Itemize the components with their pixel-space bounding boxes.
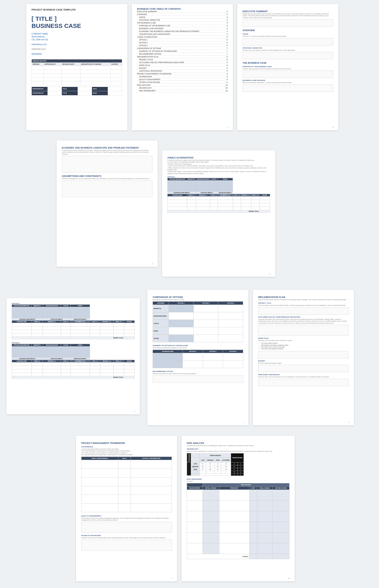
purpose-h: PURPOSE OF THE BUSINESS CASE	[243, 66, 333, 67]
governance-table: PARTY RESPONSIBLE ROLE CONTACT INFORMATI…	[81, 457, 172, 512]
page-number: 5	[270, 273, 270, 275]
doc-title: [ TITLE ]	[32, 15, 127, 22]
option2-table: OPTION DESCRIPTIONBENEFITSDISADVANTAGESC…	[12, 304, 135, 339]
toc-entry[interactable]: VISION3	[137, 16, 228, 19]
toc-entry[interactable]: OVERVIEW3	[137, 13, 228, 16]
toc-entry[interactable]: RECOMMENDED OPTION7	[137, 53, 228, 55]
vision-box[interactable]	[243, 38, 333, 46]
alternatives-h: VIABLE ALTERNATIVES	[167, 156, 270, 159]
pmf-h: PROJECT MANAGEMENT FRAMEWORK	[81, 442, 172, 444]
street: Street Address	[32, 35, 127, 38]
web-url[interactable]: webaddress.com	[32, 43, 47, 46]
version-history-table: VERSION HISTORY VERSION APPROVED BY REVI…	[32, 59, 122, 85]
recommended-box[interactable]	[153, 375, 243, 383]
kpi-h: OUTCOMES AND KEY PERFORMANCE INDICATORS	[258, 316, 349, 318]
toc-entry[interactable]: RISK ANALYSIS10	[137, 84, 228, 87]
resources-h: ADDITIONAL RESOURCES	[258, 374, 349, 376]
date: 00/00/0000	[32, 53, 127, 56]
sponsor-h: BUSINESS CASE SPONSOR	[243, 79, 333, 81]
risk-worksheet-table: RISK RATING MAJOR RISKS INITIAL GRADE ST…	[187, 483, 289, 559]
vh-title: VERSION HISTORY	[32, 59, 122, 62]
company: COMPANY NAME	[32, 32, 127, 35]
page-number: 9	[171, 577, 172, 579]
toc-entry[interactable]: OPTION 26	[137, 41, 228, 44]
option1-table: OPTION DESCRIPTIONBENEFITSDISADVANTAGESC…	[167, 178, 270, 213]
exec-summary-box[interactable]	[243, 19, 333, 27]
resources-box[interactable]	[258, 379, 349, 386]
vh-col: DESCRIPTION OF CHANGE	[80, 62, 110, 66]
toc-entry[interactable]: THE BUSINESS CASE3	[137, 21, 228, 24]
vh-col: AUTHOR	[110, 62, 122, 66]
strategic-box[interactable]	[243, 52, 333, 59]
landscape-box[interactable]	[62, 156, 152, 172]
option2-h: OPTION 2	[12, 303, 135, 304]
toc-entry[interactable]: AFTER ACTION REVIEW9	[137, 81, 228, 84]
quality-box[interactable]	[81, 522, 172, 533]
toc-entry[interactable]: COMPARISON OF OPTIONS7	[137, 47, 228, 50]
page-10: RISK ANALYSIS Complete the worksheet bel…	[182, 436, 295, 581]
toc-entry[interactable]: PROJECT MANAGEMENT FRAMEWORK9	[137, 72, 228, 75]
toc-entry[interactable]: GRADING KEY10	[137, 87, 228, 89]
signoff-table: PREPARED BYTITLEDATE APPROVED BYTITLEDAT…	[32, 87, 122, 95]
toc-entry[interactable]: QUALITY MANAGEMENT9	[137, 78, 228, 81]
workplan-bullets: The main project phasesDeliverables and …	[261, 342, 349, 350]
page-number: 7	[243, 421, 244, 423]
toc-entry[interactable]: PURPOSE OF THE BUSINESS CASE3	[137, 24, 228, 27]
assumptions-h: ASSUMPTIONS AND CONSTRAINTS	[62, 175, 152, 177]
toc-entry[interactable]: GOVERNANCE9	[137, 75, 228, 78]
page-9: PROJECT MANAGEMENT FRAMEWORK GOVERNANCE …	[76, 436, 177, 581]
project-title-box[interactable]	[258, 307, 349, 314]
toc-entry[interactable]: SUMMARY OF OPTIONS BY STAKEHOLDER7	[137, 50, 228, 53]
company-meta: COMPANY NAME Street Address City, State …	[32, 32, 127, 56]
toc-entry[interactable]: STRATEGIC OBJECTIVE3	[137, 19, 228, 21]
toc-entry[interactable]: BUDGET8	[137, 67, 228, 70]
vision-h: VISION	[243, 33, 333, 35]
toc-entry[interactable]: WORK PLAN8	[137, 64, 228, 67]
toc-entry[interactable]: OPTION 15	[137, 38, 228, 41]
toc-entry[interactable]: PROJECT TITLE8	[137, 58, 228, 61]
recommended-h: RECOMMENDED OPTION	[153, 371, 243, 372]
toc-entry[interactable]: OPTION 36	[137, 44, 228, 47]
budget-box[interactable]	[258, 365, 349, 372]
page-3: EXECUTIVE SUMMARY Briefly introduce the …	[237, 4, 338, 130]
page-number: 4	[152, 263, 153, 265]
hint: Briefly introduce the project and the re…	[243, 13, 333, 19]
aar-box[interactable]	[81, 540, 172, 551]
toc-entry[interactable]: BUSINESS CASE SPONSOR3	[137, 27, 228, 30]
toc-entry[interactable]: VIABLE ALTERNATIVES5	[137, 36, 228, 38]
comparison-table: CRITERIA OPTION 1 OPTION 2 OPTION 3 BENE…	[153, 301, 243, 342]
toc-entry[interactable]: EXECUTIVE SUMMARY3	[137, 10, 228, 13]
page-7: COMPARISON OF OPTIONS Summarize the deta…	[147, 290, 248, 425]
risk-h: RISK ANALYSIS	[187, 442, 289, 444]
kpi-box[interactable]	[258, 325, 349, 336]
toc-entry[interactable]: RISK WORKSHEET10	[137, 89, 228, 92]
quality-h: QUALITY MANAGEMENT	[81, 515, 172, 517]
aar-h: AFTER ACTION REVIEW	[81, 535, 172, 536]
option1-h: OPTION 1	[167, 176, 270, 178]
prepared-by-label: PREPARED BY	[32, 87, 48, 91]
page-number: 10	[288, 577, 290, 579]
toc-entry[interactable]: ECONOMIC AND BUSINESS LANDSCAPE AND PROB…	[137, 30, 228, 33]
comparison-h: COMPARISON OF OPTIONS	[153, 296, 243, 298]
page-4: ECONOMIC AND BUSINESS LANDSCAPE AND PROB…	[57, 140, 158, 267]
governance-h: GOVERNANCE	[81, 446, 172, 448]
page-1: PROJECT BUSINESS CASE TEMPLATE [ TITLE ]…	[26, 4, 127, 130]
business-case-h: THE BUSINESS CASE	[243, 62, 333, 64]
page-5: VIABLE ALTERNATIVES Provide an overview …	[162, 150, 275, 277]
assumptions-box[interactable]	[62, 181, 152, 197]
toc-body: EXECUTIVE SUMMARY3OVERVIEW3VISION3STRATE…	[137, 10, 228, 92]
workplan-box[interactable]	[258, 351, 349, 358]
purpose-box[interactable]	[243, 71, 333, 78]
doc-subtitle: BUSINESS CASE	[32, 22, 127, 29]
toc-entry[interactable]: OUTCOMES AND KEY PERFORMANCE INDICATORS8	[137, 61, 228, 64]
toc-entry[interactable]: ADDITIONAL RESOURCES8	[137, 70, 228, 72]
budget-h: BUDGET	[258, 360, 349, 362]
version: VERSION 0.0.0	[32, 48, 127, 51]
toc-entry[interactable]: IMPLEMENTATION PLAN8	[137, 55, 228, 58]
vh-col: APPROVED BY	[44, 62, 62, 66]
option3-h: OPTION 3	[12, 342, 135, 344]
sponsor-box[interactable]	[243, 84, 333, 92]
project-title-h: PROJECT TITLE	[258, 302, 349, 304]
page-6: OPTION 2 OPTION DESCRIPTIONBENEFITSDISAD…	[6, 298, 140, 414]
toc-entry[interactable]: ASSUMPTIONS AND CONSTRAINTS4	[137, 33, 228, 36]
